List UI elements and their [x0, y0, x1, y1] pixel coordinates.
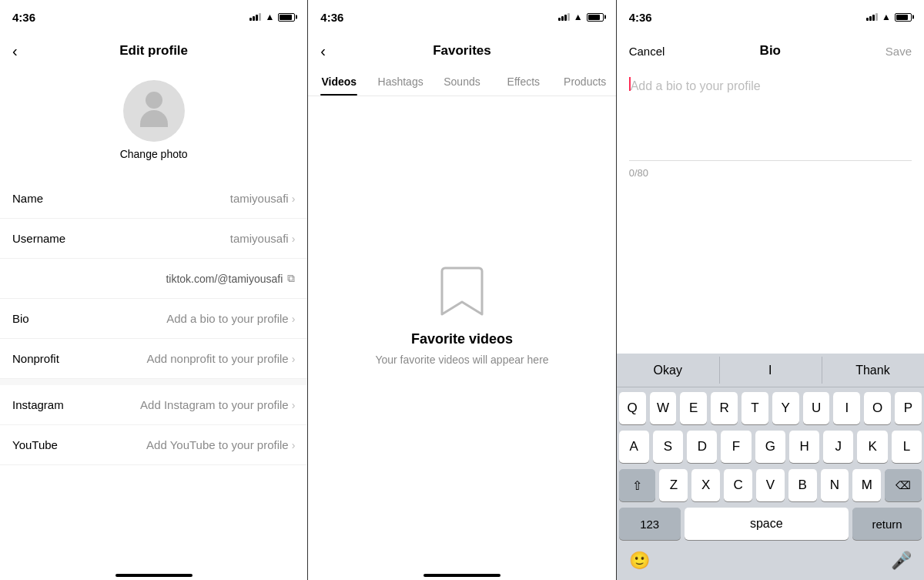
copy-icon[interactable]: ⧉ — [287, 272, 295, 285]
key-j[interactable]: J — [823, 431, 853, 463]
tabs-bar: Videos Hashtags Sounds Effects Products — [308, 68, 615, 96]
keyboard-bottom-row: 123 space return — [617, 508, 924, 545]
keyboard: Okay I Thank Q W E R T Y U I O P A S — [617, 354, 924, 580]
key-row-3: ⇧ Z X C V B N M ⌫ — [619, 469, 922, 501]
name-label: Name — [12, 192, 89, 205]
nav-bar-3: Cancel Bio Save — [617, 34, 924, 68]
key-e[interactable]: E — [680, 392, 707, 424]
emoji-key[interactable]: 🙂 — [629, 551, 650, 571]
signal-icon — [249, 13, 261, 21]
wifi-icon: ▲ — [265, 12, 274, 22]
key-i[interactable]: I — [833, 392, 860, 424]
tab-sounds[interactable]: Sounds — [431, 68, 493, 96]
youtube-label: YouTube — [12, 438, 89, 451]
key-n[interactable]: N — [821, 469, 849, 501]
name-row[interactable]: Name tamiyousafi › — [0, 179, 307, 219]
status-icons-2: ▲ — [558, 12, 604, 22]
back-button-1[interactable]: ‹ — [12, 42, 18, 60]
key-f[interactable]: F — [721, 431, 751, 463]
avatar-circle[interactable] — [123, 80, 185, 142]
key-m[interactable]: M — [852, 469, 881, 501]
nonprofit-row[interactable]: Nonprofit Add nonprofit to your profile … — [0, 339, 307, 379]
key-c[interactable]: C — [724, 469, 752, 501]
tab-products[interactable]: Products — [554, 68, 616, 96]
bio-input-area[interactable]: Add a bio to your profile 0/80 — [617, 68, 924, 354]
username-value: tamiyousafi › — [230, 232, 296, 245]
avatar-body — [140, 110, 168, 127]
key-b[interactable]: B — [788, 469, 817, 501]
save-button[interactable]: Save — [886, 45, 912, 58]
nav-title-2: Favorites — [433, 43, 491, 59]
status-bar-3: 4:36 ▲ — [617, 0, 924, 34]
key-k[interactable]: K — [857, 431, 887, 463]
key-y[interactable]: Y — [772, 392, 799, 424]
time-2: 4:36 — [320, 11, 343, 24]
keyboard-suggestions: Okay I Thank — [617, 354, 924, 387]
profile-link: tiktok.com/@tamiyousafi — [166, 273, 283, 285]
instagram-value: Add Instagram to your profile › — [140, 398, 295, 411]
change-photo-button[interactable]: Change photo — [120, 148, 188, 160]
bio-placeholder: Add a bio to your profile — [631, 77, 912, 96]
nav-bar-1: ‹ Edit profile — [0, 34, 307, 68]
back-button-2[interactable]: ‹ — [320, 42, 326, 60]
empty-state: Favorite videos Your favorite videos wil… — [308, 96, 615, 565]
youtube-row[interactable]: YouTube Add YouTube to your profile › — [0, 425, 307, 465]
key-t[interactable]: T — [742, 392, 768, 424]
key-w[interactable]: W — [650, 392, 677, 424]
bio-char-count: 0/80 — [629, 167, 912, 182]
bio-value: Add a bio to your profile › — [166, 312, 295, 325]
instagram-label: Instagram — [12, 398, 89, 411]
avatar-head — [146, 92, 162, 109]
mic-key[interactable]: 🎤 — [891, 551, 912, 571]
key-r[interactable]: R — [711, 392, 738, 424]
key-q[interactable]: Q — [619, 392, 646, 424]
nonprofit-chevron: › — [292, 353, 296, 365]
nav-bar-2: ‹ Favorites — [308, 34, 615, 68]
username-row[interactable]: Username tamiyousafi › — [0, 219, 307, 259]
key-v[interactable]: V — [756, 469, 785, 501]
return-key[interactable]: return — [852, 508, 922, 540]
home-indicator-2 — [308, 565, 615, 580]
tab-videos[interactable]: Videos — [308, 68, 370, 96]
key-s[interactable]: S — [653, 431, 683, 463]
key-u[interactable]: U — [803, 392, 830, 424]
divider-1 — [0, 379, 307, 385]
key-h[interactable]: H — [789, 431, 819, 463]
delete-key[interactable]: ⌫ — [885, 469, 922, 501]
shift-key[interactable]: ⇧ — [619, 469, 656, 501]
instagram-row[interactable]: Instagram Add Instagram to your profile … — [0, 385, 307, 425]
key-o[interactable]: O — [864, 392, 891, 424]
time-1: 4:36 — [12, 11, 35, 24]
key-p[interactable]: P — [895, 392, 922, 424]
avatar-section[interactable]: Change photo — [0, 68, 307, 179]
key-x[interactable]: X — [691, 469, 720, 501]
space-key[interactable]: space — [685, 508, 849, 540]
key-z[interactable]: Z — [659, 469, 688, 501]
key-g[interactable]: G — [755, 431, 785, 463]
nonprofit-label: Nonprofit — [12, 352, 89, 365]
key-l[interactable]: L — [892, 431, 922, 463]
wifi-icon-2: ▲ — [574, 12, 583, 22]
wifi-icon-3: ▲ — [882, 12, 891, 22]
bio-row[interactable]: Bio Add a bio to your profile › — [0, 299, 307, 339]
tab-hashtags[interactable]: Hashtags — [370, 68, 431, 96]
nav-title-1: Edit profile — [119, 43, 188, 59]
suggestion-thank[interactable]: Thank — [822, 354, 924, 387]
status-icons-1: ▲ — [249, 12, 295, 22]
status-bar-1: 4:36 ▲ — [0, 0, 307, 34]
link-row[interactable]: tiktok.com/@tamiyousafi ⧉ — [0, 259, 307, 299]
favorites-panel: 4:36 ▲ ‹ Favorites Videos Hashtags Sound… — [307, 0, 615, 580]
tab-effects[interactable]: Effects — [493, 68, 554, 96]
battery-icon-2 — [587, 13, 604, 22]
empty-title: Favorite videos — [411, 331, 513, 347]
keyboard-emoji-row: 🙂 🎤 — [617, 545, 924, 580]
key-123-button[interactable]: 123 — [619, 508, 681, 540]
key-d[interactable]: D — [687, 431, 717, 463]
suggestion-okay[interactable]: Okay — [617, 354, 719, 387]
status-icons-3: ▲ — [866, 12, 912, 22]
suggestion-i[interactable]: I — [719, 354, 822, 387]
keyboard-rows: Q W E R T Y U I O P A S D F G H J K — [617, 387, 924, 501]
key-row-1: Q W E R T Y U I O P — [619, 392, 922, 424]
cancel-button[interactable]: Cancel — [629, 45, 665, 58]
key-a[interactable]: A — [619, 431, 649, 463]
